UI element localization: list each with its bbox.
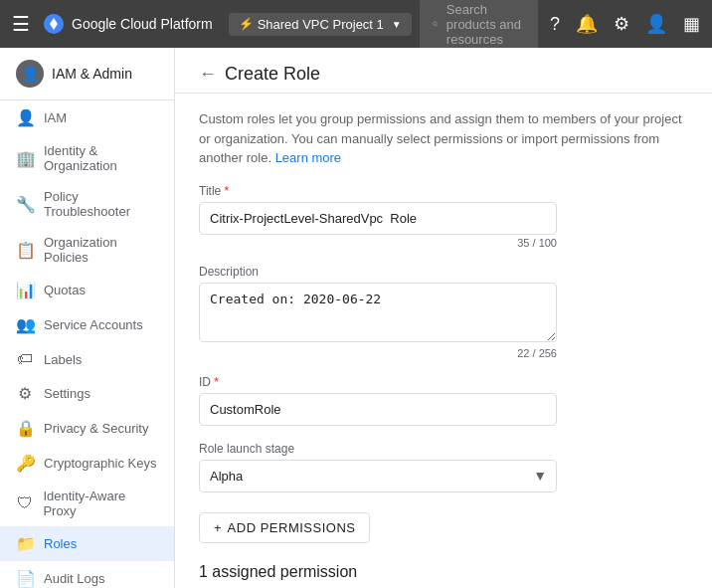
sidebar-item-label: Settings (44, 386, 90, 401)
roles-icon: 📁 (16, 534, 34, 553)
settings-nav-icon: ⚙ (16, 384, 34, 403)
iam-icon: 👤 (16, 108, 34, 127)
learn-more-link[interactable]: Learn more (275, 150, 341, 165)
identity-aware-proxy-icon: 🛡 (16, 494, 33, 512)
page-content: Custom roles let you group permissions a… (175, 94, 712, 588)
account-icon[interactable]: 👤 (641, 9, 671, 39)
description-text: Custom roles let you group permissions a… (199, 109, 688, 168)
title-field-group: Title * 35 / 100 (199, 184, 688, 249)
back-button[interactable]: ← (199, 64, 217, 85)
expand-icon[interactable]: ▦ (679, 9, 704, 39)
description-char-count: 22 / 256 (199, 347, 557, 359)
app-logo: Google Cloud Platform (42, 12, 213, 36)
sidebar-item-org-policies[interactable]: 📋 Organization Policies (0, 227, 174, 273)
description-input[interactable]: Created on: 2020-06-22 (199, 283, 557, 342)
sidebar-item-privacy-security[interactable]: 🔒 Privacy & Security (0, 411, 174, 446)
description-label: Description (199, 265, 688, 279)
notifications-icon[interactable]: 🔔 (572, 9, 602, 39)
sidebar-item-label: Labels (44, 352, 82, 367)
sidebar-item-policy-troubleshooter[interactable]: 🔧 Policy Troubleshooter (0, 181, 174, 227)
sidebar-item-label: Service Accounts (44, 317, 143, 332)
crypto-keys-icon: 🔑 (16, 454, 34, 473)
help-icon[interactable]: ? (546, 10, 564, 39)
share-icon: ⚡ (239, 17, 254, 31)
add-permissions-button[interactable]: + ADD PERMISSIONS (199, 512, 370, 543)
sidebar-header-label: IAM & Admin (52, 66, 132, 82)
search-bar[interactable]: Search products and resources (420, 0, 538, 51)
search-placeholder: Search products and resources (446, 2, 526, 47)
settings-icon[interactable]: ⚙ (610, 9, 633, 39)
sidebar-item-label: Roles (44, 536, 77, 551)
sidebar-item-settings[interactable]: ⚙ Settings (0, 376, 174, 411)
sidebar-item-audit-logs[interactable]: 📄 Audit Logs (0, 561, 174, 588)
sidebar-item-crypto-keys[interactable]: 🔑 Cryptographic Keys (0, 446, 174, 481)
sidebar-item-label: Audit Logs (44, 571, 104, 586)
id-field-group: ID * (199, 375, 688, 426)
project-dropdown-icon: ▼ (392, 19, 402, 30)
org-policies-icon: 📋 (16, 241, 34, 260)
policy-troubleshooter-icon: 🔧 (16, 195, 34, 214)
page-header: ← Create Role (175, 48, 712, 94)
topbar: ☰ Google Cloud Platform ⚡ Shared VPC Pro… (0, 0, 712, 48)
id-required-indicator: * (214, 375, 219, 389)
title-label: Title * (199, 184, 688, 198)
title-input[interactable] (199, 202, 557, 235)
sidebar-item-label: Identity-Aware Proxy (43, 489, 158, 518)
audit-logs-icon: 📄 (16, 569, 34, 588)
layout: 👤 IAM & Admin 👤 IAM 🏢 Identity & Organiz… (0, 48, 712, 588)
search-icon (432, 16, 439, 32)
id-label: ID * (199, 375, 688, 389)
app-name: Google Cloud Platform (72, 16, 213, 32)
sidebar-item-label: Identity & Organization (44, 143, 158, 173)
permissions-title: 1 assigned permission (199, 563, 688, 581)
main-content: ← Create Role Custom roles let you group… (175, 48, 712, 588)
sidebar-item-label: Policy Troubleshooter (44, 189, 158, 219)
sidebar-header: 👤 IAM & Admin (0, 48, 174, 100)
sidebar-item-roles[interactable]: 📁 Roles (0, 526, 174, 561)
sidebar-item-labels[interactable]: 🏷 Labels (0, 342, 174, 376)
service-accounts-icon: 👥 (16, 315, 34, 334)
project-name: Shared VPC Project 1 (258, 17, 384, 32)
topbar-actions: ? 🔔 ⚙ 👤 ▦ (546, 9, 704, 39)
sidebar-item-label: Privacy & Security (44, 421, 148, 436)
sidebar-item-label: Cryptographic Keys (44, 456, 156, 471)
add-permissions-label: ADD PERMISSIONS (228, 520, 356, 535)
permissions-section: 1 assigned permission ≡ ? ⊞ (199, 563, 688, 589)
menu-icon[interactable]: ☰ (8, 8, 34, 40)
launch-stage-select-wrapper: Alpha Beta General Availability Disabled… (199, 460, 557, 492)
sidebar-item-label: Quotas (44, 283, 86, 297)
labels-icon: 🏷 (16, 350, 34, 368)
sidebar-item-identity-aware-proxy[interactable]: 🛡 Identity-Aware Proxy (0, 481, 174, 526)
launch-stage-label: Role launch stage (199, 442, 688, 456)
page-title: Create Role (225, 64, 320, 85)
sidebar-item-iam[interactable]: 👤 IAM (0, 100, 174, 135)
identity-org-icon: 🏢 (16, 149, 34, 168)
project-selector[interactable]: ⚡ Shared VPC Project 1 ▼ (229, 13, 412, 36)
sidebar-item-identity-org[interactable]: 🏢 Identity & Organization (0, 135, 174, 181)
sidebar-item-service-accounts[interactable]: 👥 Service Accounts (0, 307, 174, 342)
description-field-group: Description Created on: 2020-06-22 22 / … (199, 265, 688, 359)
quotas-icon: 📊 (16, 281, 34, 299)
launch-stage-field-group: Role launch stage Alpha Beta General Ava… (199, 442, 688, 492)
privacy-security-icon: 🔒 (16, 419, 34, 438)
sidebar-item-label: IAM (44, 110, 67, 125)
title-required-indicator: * (225, 184, 230, 198)
launch-stage-select[interactable]: Alpha Beta General Availability Disabled (199, 460, 557, 492)
sidebar-item-label: Organization Policies (44, 235, 158, 265)
sidebar-item-quotas[interactable]: 📊 Quotas (0, 273, 174, 307)
title-char-count: 35 / 100 (199, 237, 557, 249)
add-icon: + (214, 520, 222, 535)
gcp-logo-icon (42, 12, 66, 36)
id-input[interactable] (199, 393, 557, 426)
sidebar: 👤 IAM & Admin 👤 IAM 🏢 Identity & Organiz… (0, 48, 175, 588)
iam-admin-icon: 👤 (16, 60, 44, 88)
